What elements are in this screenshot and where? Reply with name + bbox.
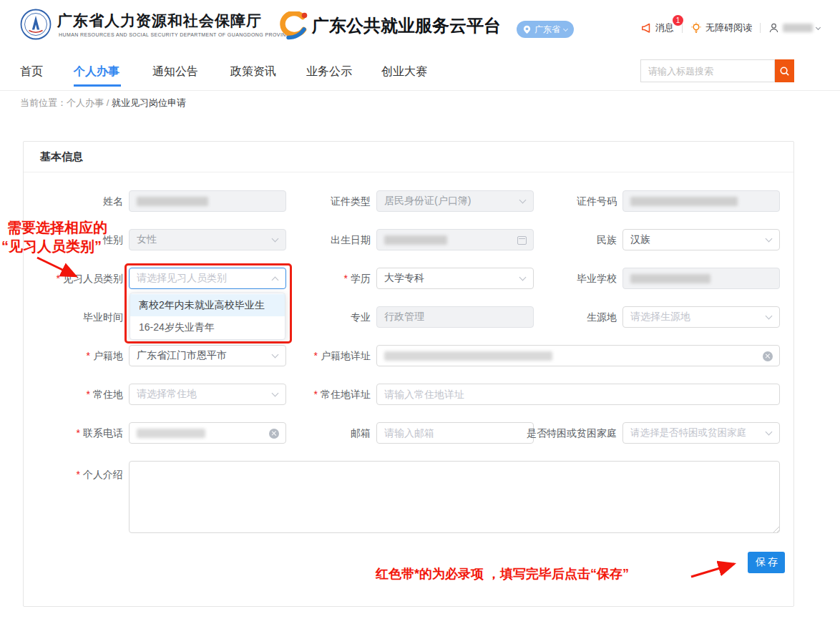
platform-name: 广东公共就业服务云平台 — [312, 14, 501, 37]
person-icon — [768, 22, 779, 34]
chevron-down-icon — [272, 351, 279, 359]
id-number-input — [622, 190, 780, 212]
section-divider — [24, 172, 793, 172]
nav-divider — [0, 90, 840, 91]
gov-emblem-icon — [20, 9, 52, 43]
breadcrumb-current: 就业见习岗位申请 — [112, 97, 186, 108]
search-input[interactable] — [640, 59, 775, 82]
trainee-category-dropdown: 离校2年内未就业高校毕业生 16-24岁失业青年 — [130, 293, 285, 340]
chevron-down-icon — [563, 26, 568, 31]
trainee-category-label: *见习人员类别 — [21, 268, 123, 289]
dropdown-option[interactable]: 16-24岁失业青年 — [130, 316, 285, 338]
chevron-down-icon — [272, 235, 279, 243]
breadcrumb-parent[interactable]: 个人办事 — [67, 97, 104, 108]
household-place-select[interactable]: 广东省江门市恩平市 — [129, 345, 286, 366]
intro-label: *个人介绍 — [21, 464, 123, 485]
clear-icon[interactable] — [269, 429, 279, 439]
dropdown-option[interactable]: 离校2年内未就业高校毕业生 — [130, 294, 285, 316]
horn-icon — [640, 22, 652, 34]
major-label: 专业 — [286, 306, 371, 328]
household-address-label: *户籍地详址 — [286, 345, 371, 366]
poor-family-select[interactable]: 请选择是否特困或贫困家庭 — [622, 422, 780, 444]
required-star: * — [314, 350, 318, 361]
chevron-down-icon — [766, 235, 773, 243]
region-pill[interactable]: 广东省 — [517, 21, 574, 38]
region-label: 广东省 — [534, 24, 560, 36]
chevron-down-icon — [766, 313, 773, 320]
chevron-down-icon — [272, 390, 279, 397]
phone-label: *联系电话 — [21, 422, 123, 444]
required-star: * — [77, 469, 80, 480]
required-star: * — [344, 273, 348, 284]
breadcrumb-separator: / — [107, 97, 109, 108]
clear-icon[interactable] — [763, 351, 773, 361]
header-links: 消息 1 无障碍阅读 — [640, 21, 820, 34]
redacted-value — [384, 351, 552, 361]
divider — [682, 23, 683, 33]
name-label: 姓名 — [21, 190, 123, 212]
email-label: 邮箱 — [286, 422, 371, 444]
required-star: * — [314, 389, 318, 400]
redacted-value — [630, 197, 738, 206]
annotation-top-line1: 需要选择相应的 — [7, 218, 107, 238]
nav-item-public[interactable]: 业务公示 — [306, 63, 352, 80]
origin-place-select[interactable]: 请选择生源地 — [622, 306, 780, 328]
redacted-value — [137, 429, 205, 438]
residence-address-label: *常住地详址 — [286, 384, 371, 405]
chevron-up-icon — [272, 277, 279, 284]
location-pin-icon — [523, 25, 531, 34]
id-number-label: 证件号码 — [501, 190, 617, 212]
graduation-time-label: 毕业时间 — [21, 306, 123, 328]
nav-item-competition[interactable]: 创业大赛 — [381, 63, 427, 80]
origin-place-label: 生源地 — [501, 306, 617, 328]
id-type-label: 证件类型 — [286, 190, 371, 212]
annotation-top-line2: “见习人员类别” — [1, 237, 102, 256]
education-label: *学历 — [286, 268, 371, 289]
residence-address-input[interactable] — [376, 384, 780, 405]
user-menu[interactable] — [768, 22, 820, 34]
redacted-value — [384, 235, 447, 245]
ethnicity-select[interactable]: 汉族 — [622, 229, 780, 250]
required-star: * — [57, 273, 60, 284]
graduation-school-label: 毕业学校 — [501, 268, 617, 289]
intro-textarea[interactable] — [129, 461, 780, 533]
required-star: * — [87, 389, 90, 400]
divider — [760, 23, 761, 33]
household-place-label: *户籍地 — [21, 345, 123, 366]
name-input — [129, 190, 286, 212]
accessibility-link[interactable]: 无障碍阅读 — [690, 21, 752, 34]
nav-item-policy[interactable]: 政策资讯 — [230, 63, 276, 80]
dept-name-en: HUMAN RESOURCES AND SOCIAL SECURITY DEPA… — [59, 32, 293, 37]
search-button[interactable] — [775, 59, 794, 82]
chevron-down-icon — [816, 24, 821, 29]
user-name-redacted — [783, 24, 813, 32]
messages-badge: 1 — [673, 15, 683, 26]
birth-date-label: 出生日期 — [286, 229, 371, 250]
household-address-input[interactable] — [376, 345, 780, 366]
gender-select: 女性 — [129, 229, 286, 250]
redacted-value — [137, 197, 208, 206]
graduation-school-input — [622, 268, 780, 289]
ethnicity-label: 民族 — [501, 229, 617, 250]
messages-label: 消息 — [655, 21, 674, 34]
poor-family-label: 是否特困或贫困家庭 — [501, 422, 617, 444]
save-button[interactable]: 保存 — [748, 552, 785, 573]
residence-place-select[interactable]: 请选择常住地 — [129, 384, 286, 405]
nav-item-notices[interactable]: 通知公告 — [152, 63, 198, 80]
nav-item-personal[interactable]: 个人办事 — [74, 63, 119, 80]
chevron-down-icon — [766, 429, 773, 436]
nav-item-home[interactable]: 首页 — [20, 63, 43, 80]
required-star: * — [87, 350, 90, 361]
messages-link[interactable]: 消息 1 — [640, 21, 674, 34]
breadcrumb: 当前位置：个人办事 / 就业见习岗位申请 — [20, 97, 186, 109]
required-star: * — [77, 427, 80, 439]
phone-input[interactable] — [129, 422, 286, 444]
residence-place-label: *常住地 — [21, 384, 123, 405]
trainee-category-select[interactable]: 请选择见习人员类别 — [129, 268, 286, 289]
redacted-value — [630, 274, 710, 283]
search-icon — [779, 66, 790, 77]
section-title: 基本信息 — [40, 150, 83, 164]
bulb-icon — [690, 22, 702, 34]
dept-name: 广东省人力资源和社会保障厅 — [57, 11, 262, 31]
platform-logo-icon — [275, 11, 308, 43]
